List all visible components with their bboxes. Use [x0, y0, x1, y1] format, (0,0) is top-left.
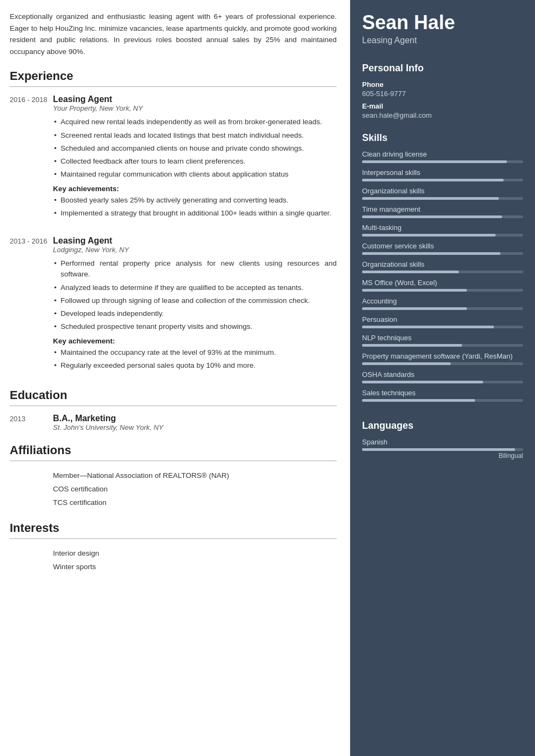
skill-item: Property management software (Yardi, Res…: [362, 352, 523, 365]
skill-item: Clean driving license: [362, 150, 523, 163]
skill-bar-bg: [362, 160, 523, 163]
interests-list: Interior designWinter sports: [53, 546, 99, 573]
edu-degree: B.A., Marketing: [53, 414, 163, 423]
languages-title: Languages: [362, 420, 523, 431]
achievements-label: Key achievement:: [53, 337, 337, 345]
edu-school: St. John's University, New York, NY: [53, 423, 163, 431]
skill-name: Customer service skills: [362, 242, 523, 250]
skill-bar-fill: [362, 271, 459, 273]
skill-name: Multi-tasking: [362, 224, 523, 232]
skill-bar-fill: [362, 179, 504, 181]
education-entry: 2013B.A., MarketingSt. John's University…: [10, 414, 337, 431]
exp-company: Your Property, New York, NY: [53, 104, 337, 112]
edu-content: B.A., MarketingSt. John's University, Ne…: [53, 414, 163, 431]
exp-dates: 2013 - 2016: [10, 236, 53, 373]
skill-item: Multi-tasking: [362, 224, 523, 237]
interests-entry: Interior designWinter sports: [10, 546, 337, 573]
skill-name: Interpersonal skills: [362, 168, 523, 177]
skill-name: OSHA standards: [362, 370, 523, 379]
skill-item: MS Office (Word, Excel): [362, 279, 523, 292]
achievement-bullet: Maintained the occupancy rate at the lev…: [53, 347, 337, 358]
skill-name: Sales techniques: [362, 389, 523, 397]
skill-item: OSHA standards: [362, 370, 523, 383]
profile-header: Sean Hale Leasing Agent: [350, 0, 535, 55]
skill-bar-bg: [362, 326, 523, 328]
skill-bar-bg: [362, 399, 523, 402]
skill-bar-fill: [362, 307, 467, 310]
skill-bar-bg: [362, 197, 523, 200]
education-entries: 2013B.A., MarketingSt. John's University…: [10, 414, 337, 431]
exp-bullet: Developed leads independently.: [53, 308, 337, 319]
experience-section: Experience 2016 - 2018Leasing AgentYour …: [10, 69, 337, 373]
skill-item: Accounting: [362, 297, 523, 310]
skill-bar-bg: [362, 344, 523, 347]
skill-bar-bg: [362, 234, 523, 237]
skills-list: Clean driving licenseInterpersonal skill…: [362, 150, 523, 402]
profile-name: Sean Hale: [362, 12, 523, 33]
achievements-bullets: Maintained the occupancy rate at the lev…: [53, 347, 337, 372]
exp-content: Leasing AgentLodgingz, New York, NYPerfo…: [53, 236, 337, 373]
skill-name: Property management software (Yardi, Res…: [362, 352, 523, 360]
affiliation-item: TCS certification: [53, 496, 337, 509]
edu-year: 2013: [10, 414, 53, 431]
exp-bullet: Performed rental property price analysis…: [53, 258, 337, 280]
skill-bar-bg: [362, 215, 523, 218]
exp-content: Leasing AgentYour Property, New York, NY…: [53, 94, 337, 221]
skill-bar-fill: [362, 326, 494, 328]
exp-bullet: Analyzed leads to determine if they are …: [53, 282, 337, 293]
skill-bar-bg: [362, 271, 523, 273]
interests-section-title: Interests: [10, 521, 337, 539]
language-bar-fill: [362, 448, 515, 451]
affiliations-entry: Member—National Association of REALTORS®…: [10, 469, 337, 509]
achievement-bullet: Implemented a strategy that brought in a…: [53, 208, 337, 219]
affiliations-section: Affiliations Member—National Association…: [10, 443, 337, 509]
exp-bullet: Collected feedback after tours to learn …: [53, 156, 337, 167]
exp-bullet: Screened rental leads and located listin…: [53, 130, 337, 141]
skill-bar-fill: [362, 381, 483, 383]
skill-name: Organizational skills: [362, 260, 523, 268]
skill-bar-fill: [362, 197, 499, 200]
email-label: E-mail: [362, 102, 523, 110]
skill-bar-bg: [362, 307, 523, 310]
experience-entry: 2016 - 2018Leasing AgentYour Property, N…: [10, 94, 337, 221]
skill-item: Organizational skills: [362, 187, 523, 200]
interest-item: Winter sports: [53, 560, 99, 573]
skill-bar-fill: [362, 215, 502, 218]
language-item: SpanishBilingual: [362, 438, 523, 460]
skill-item: NLP techniques: [362, 334, 523, 347]
affiliations-list: Member—National Association of REALTORS®…: [53, 469, 337, 509]
education-section-title: Education: [10, 388, 337, 406]
skill-name: Accounting: [362, 297, 523, 305]
education-section: Education 2013B.A., MarketingSt. John's …: [10, 388, 337, 431]
skill-name: Time management: [362, 205, 523, 213]
languages-section: Languages SpanishBilingual: [350, 413, 535, 470]
skill-bar-bg: [362, 362, 523, 365]
right-column: Sean Hale Leasing Agent Personal Info Ph…: [350, 0, 535, 756]
exp-bullet: Followed up through signing of lease and…: [53, 295, 337, 306]
personal-info-title: Personal Info: [362, 63, 523, 74]
exp-bullets: Performed rental property price analysis…: [53, 258, 337, 333]
skill-item: Persuasion: [362, 315, 523, 328]
skill-bar-bg: [362, 289, 523, 292]
exp-job-title: Leasing Agent: [53, 236, 337, 246]
skill-bar-fill: [362, 234, 496, 237]
exp-bullet: Scheduled prospective tenant property vi…: [53, 321, 337, 332]
skill-bar-fill: [362, 399, 475, 402]
skills-title: Skills: [362, 132, 523, 144]
skill-bar-bg: [362, 179, 523, 181]
skill-name: Clean driving license: [362, 150, 523, 158]
experience-entry: 2013 - 2016Leasing AgentLodgingz, New Yo…: [10, 236, 337, 373]
skill-name: MS Office (Word, Excel): [362, 279, 523, 287]
skill-item: Organizational skills: [362, 260, 523, 273]
interests-section: Interests Interior designWinter sports: [10, 521, 337, 573]
skill-bar-fill: [362, 344, 462, 347]
skill-item: Customer service skills: [362, 242, 523, 255]
skill-bar-fill: [362, 289, 467, 292]
language-name: Spanish: [362, 438, 523, 446]
skill-bar-fill: [362, 362, 451, 365]
skill-bar-fill: [362, 252, 500, 255]
phone-value: 605-516-9777: [362, 90, 523, 98]
exp-bullet: Acquired new rental leads independently …: [53, 117, 337, 127]
interest-item: Interior design: [53, 546, 99, 560]
affiliations-section-title: Affiliations: [10, 443, 337, 461]
